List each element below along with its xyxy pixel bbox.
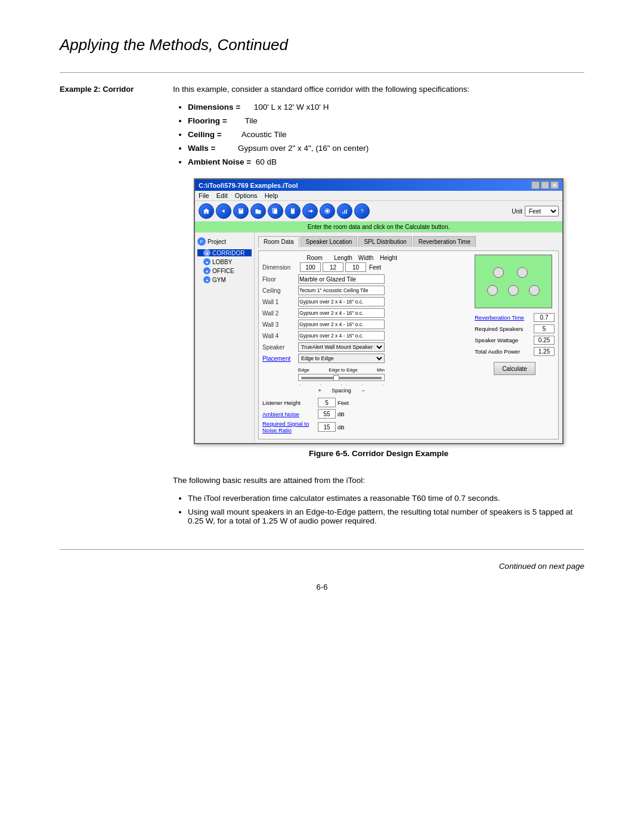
result-bullet-2: Using wall mount speakers in an Edge-to-… xyxy=(188,507,584,525)
speakers-row: Required Speakers xyxy=(475,324,555,333)
page-title: Applying the Methods, Continued xyxy=(60,36,584,54)
calculate-button[interactable]: Calculate xyxy=(494,362,535,375)
slider-edge-to-edge-label: Edge to Edge xyxy=(329,367,357,373)
slider-edge-label: Edge xyxy=(298,367,309,373)
toolbar-icon-chart[interactable] xyxy=(337,203,352,219)
spacing-label: + Spacing − xyxy=(298,388,385,394)
toolbar-icon-settings[interactable] xyxy=(320,203,335,219)
ambient-noise-input[interactable] xyxy=(318,409,336,419)
unit-select[interactable]: Feet Meters xyxy=(525,206,559,216)
ceiling-row: Ceiling xyxy=(262,286,467,295)
wall3-row: Wall 3 xyxy=(262,320,467,329)
placement-row: Placement Edge to Edge Edge Minimum xyxy=(262,354,467,363)
speaker-label: Speaker xyxy=(262,344,298,351)
list-item: Ceiling = Acoustic Tile xyxy=(188,130,584,139)
dot4: · xyxy=(361,382,363,388)
page-header: Applying the Methods, Continued xyxy=(60,36,584,54)
toolbar-icon-help[interactable]: ? xyxy=(354,203,370,219)
menu-edit[interactable]: Edit xyxy=(216,192,228,199)
wall1-row: Wall 1 xyxy=(262,297,467,306)
dot3: · xyxy=(340,382,342,388)
height-input[interactable] xyxy=(345,262,366,272)
svg-rect-9 xyxy=(346,209,347,214)
length-input[interactable] xyxy=(300,262,321,272)
width-header: Width xyxy=(355,255,376,261)
page-number: 6-6 xyxy=(60,583,584,592)
tab-content: Room Length Width Height Dimension xyxy=(258,250,559,439)
listener-height-input[interactable] xyxy=(318,398,336,407)
toolbar-icon-paste[interactable] xyxy=(285,203,301,219)
itool-menubar: File Edit Options Help xyxy=(195,191,562,201)
placement-select[interactable]: Edge to Edge Edge Minimum xyxy=(298,354,385,363)
minimize-button[interactable]: _ xyxy=(531,181,540,189)
maximize-button[interactable]: □ xyxy=(541,181,549,189)
menu-help[interactable]: Help xyxy=(265,192,278,199)
lobby-label: LOBBY xyxy=(212,259,232,265)
width-input[interactable] xyxy=(323,262,343,272)
speakers-value xyxy=(534,324,555,333)
toolbar-icon-arrow[interactable] xyxy=(302,203,318,219)
power-label: Total Audio Power xyxy=(475,348,520,355)
list-item: Walls = Gypsum over 2" x 4", (16" on cen… xyxy=(188,144,584,153)
toolbar-icon-open[interactable] xyxy=(250,203,266,219)
sidebar-item-corridor[interactable]: ● CORRIDOR xyxy=(197,249,252,256)
menu-file[interactable]: File xyxy=(199,192,209,199)
ambient-noise-label[interactable]: Ambient Noise xyxy=(262,411,316,417)
tab-spl-distribution[interactable]: SPL Distribution xyxy=(358,236,411,247)
tab-reverberation-time[interactable]: Reverberation Time xyxy=(413,236,476,247)
tab-room-data[interactable]: Room Data xyxy=(258,236,299,247)
dim-headers: Room Length Width Height xyxy=(262,255,467,261)
tab-speaker-location[interactable]: Speaker Location xyxy=(301,236,358,247)
figure-caption: Figure 6-5. Corridor Design Example xyxy=(309,449,448,458)
project-label: Project xyxy=(208,239,226,245)
reverb-label[interactable]: Reverberation Time xyxy=(475,314,524,321)
dimension-row: Dimension Feet xyxy=(262,262,467,272)
wall4-row: Wall 4 xyxy=(262,331,467,340)
wall2-row: Wall 2 xyxy=(262,308,467,318)
toolbar-icon-copy[interactable] xyxy=(268,203,283,219)
svg-rect-1 xyxy=(240,209,243,210)
wall3-label: Wall 3 xyxy=(262,321,298,328)
office-label: OFFICE xyxy=(212,268,234,274)
svg-rect-7 xyxy=(342,212,343,214)
wall2-input[interactable] xyxy=(298,308,385,318)
unit-label: Unit Feet Meters xyxy=(512,206,559,216)
toolbar-icon-home[interactable] xyxy=(199,203,214,219)
menu-options[interactable]: Options xyxy=(235,192,258,199)
snr-input[interactable] xyxy=(318,422,336,432)
toolbar-icon-back[interactable] xyxy=(216,203,231,219)
list-item: Ambient Noise = 60 dB xyxy=(188,157,584,166)
ceiling-input[interactable] xyxy=(298,286,385,295)
wall4-label: Wall 4 xyxy=(262,333,298,339)
sidebar-item-lobby[interactable]: ● LOBBY xyxy=(197,258,252,265)
slider-thumb[interactable] xyxy=(333,375,339,381)
wattage-value xyxy=(534,336,555,345)
reverb-value xyxy=(534,313,555,322)
placement-label[interactable]: Placement xyxy=(262,355,298,362)
close-button[interactable]: ✕ xyxy=(550,181,559,189)
list-item: Flooring = Tile xyxy=(188,116,584,125)
itool-sidebar: P Project ● CORRIDOR ● LOBBY xyxy=(195,233,255,443)
snr-label[interactable]: Required Signal to Noise Ratio xyxy=(262,420,316,433)
height-header: Height xyxy=(378,255,399,261)
sidebar-item-gym[interactable]: ● GYM xyxy=(197,276,252,283)
slider-labels: Edge Edge to Edge Min xyxy=(298,367,385,373)
wattage-label: Speaker Wattage xyxy=(475,337,518,343)
toolbar-icon-save[interactable] xyxy=(233,203,249,219)
sidebar-item-office[interactable]: ● OFFICE xyxy=(197,267,252,274)
wall1-input[interactable] xyxy=(298,297,385,306)
wall3-input[interactable] xyxy=(298,320,385,329)
slider-dots-row: · · · · · xyxy=(298,382,385,388)
slider-bar[interactable] xyxy=(298,374,385,381)
wall1-label: Wall 1 xyxy=(262,299,298,305)
speaker-select[interactable]: TrueAlert Wall Mount Speaker w/^ xyxy=(298,342,385,352)
floor-row: Floor xyxy=(262,274,467,284)
footer-row: Continued on next page xyxy=(60,562,584,571)
floor-input[interactable] xyxy=(298,274,385,284)
itool-titlebar: C:\iTool\579-769 Examples.iTool _ □ ✕ xyxy=(195,179,562,191)
listener-height-row: Listener Height Feet xyxy=(262,398,467,407)
form-section: Room Length Width Height Dimension xyxy=(262,255,555,435)
ceiling-label: Ceiling xyxy=(262,287,298,294)
room-visual xyxy=(475,255,552,308)
wall4-input[interactable] xyxy=(298,331,385,340)
